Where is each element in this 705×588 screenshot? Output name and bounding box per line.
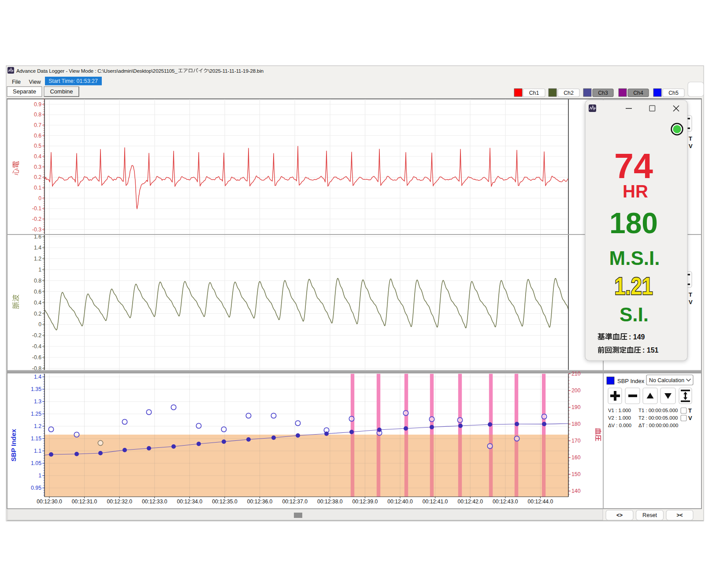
svg-text:1.1: 1.1 — [34, 448, 41, 454]
svg-text:0: 0 — [38, 195, 41, 201]
svg-text:V2 : 1.000: V2 : 1.000 — [608, 415, 631, 421]
svg-text:1.4: 1.4 — [34, 245, 41, 251]
svg-text:File: File — [12, 79, 21, 85]
svg-text:1.3: 1.3 — [34, 398, 41, 405]
svg-text:74: 74 — [614, 146, 653, 186]
svg-text:Ch5: Ch5 — [668, 90, 679, 96]
svg-text:0.6: 0.6 — [34, 289, 41, 295]
svg-text:V: V — [689, 299, 693, 305]
svg-text:0: 0 — [38, 321, 41, 327]
svg-text:00:12:39.0: 00:12:39.0 — [352, 499, 378, 505]
svg-text:0.3: 0.3 — [34, 164, 41, 170]
svg-text:T2 : 00:00:05.000: T2 : 00:00:05.000 — [638, 415, 678, 421]
svg-text:View: View — [29, 79, 41, 85]
svg-text:SBP Index: SBP Index — [10, 428, 17, 461]
svg-text:ΔT : 00:00:00.000: ΔT : 00:00:00.000 — [638, 423, 678, 428]
svg-text:00:12:43.0: 00:12:43.0 — [493, 499, 518, 505]
svg-text:1: 1 — [38, 267, 41, 273]
svg-text:00:12:31.0: 00:12:31.0 — [72, 499, 97, 505]
svg-text:Combine: Combine — [50, 88, 73, 95]
svg-text:T: T — [689, 135, 692, 142]
svg-text:T1 : 00:00:05.000: T1 : 00:00:05.000 — [638, 408, 678, 413]
svg-text:0.8: 0.8 — [34, 112, 41, 118]
svg-text:00:12:34.0: 00:12:34.0 — [177, 499, 203, 505]
svg-text:200: 200 — [571, 387, 581, 394]
svg-text:160: 160 — [571, 454, 581, 461]
svg-text:Ch2: Ch2 — [564, 90, 574, 96]
svg-text:00:12:33.0: 00:12:33.0 — [142, 499, 167, 505]
svg-text:00:12:40.0: 00:12:40.0 — [387, 499, 413, 505]
svg-text:V: V — [689, 143, 693, 149]
svg-text:-0.2: -0.2 — [32, 332, 41, 339]
svg-text:Ch1: Ch1 — [529, 90, 539, 96]
svg-text:00:12:32.0: 00:12:32.0 — [107, 499, 132, 505]
svg-text:0.4: 0.4 — [34, 153, 41, 160]
svg-text:0.95: 0.95 — [31, 485, 41, 491]
svg-text:0.2: 0.2 — [34, 311, 41, 317]
svg-text:0.5: 0.5 — [34, 143, 41, 149]
svg-text:00:12:35.0: 00:12:35.0 — [212, 499, 237, 505]
svg-text:Separate: Separate — [13, 88, 36, 95]
svg-text:1.15: 1.15 — [31, 435, 41, 442]
svg-text:150: 150 — [571, 471, 581, 477]
svg-text:1: 1 — [38, 473, 41, 479]
svg-text:: 151: : 151 — [642, 346, 659, 354]
svg-text:0.2: 0.2 — [34, 174, 41, 180]
svg-text:ΔV : 0.000: ΔV : 0.000 — [608, 423, 631, 428]
svg-text:V: V — [688, 415, 692, 421]
svg-text:00:12:36.0: 00:12:36.0 — [247, 499, 273, 505]
svg-text:180: 180 — [571, 421, 581, 427]
svg-text:T: T — [689, 291, 692, 298]
svg-text:190: 190 — [571, 404, 581, 410]
svg-text:00:12:37.0: 00:12:37.0 — [282, 499, 308, 505]
svg-text:0.9: 0.9 — [34, 101, 41, 108]
svg-text:V1 : 1.000: V1 : 1.000 — [608, 408, 631, 413]
svg-text:1.2: 1.2 — [34, 256, 41, 262]
svg-text:M.S.I.: M.S.I. — [609, 247, 660, 269]
svg-text:Advance Data Logger - View Mod: Advance Data Logger - View Mode : C:\Use… — [16, 68, 178, 74]
svg-text:1.35: 1.35 — [31, 386, 41, 392]
svg-text:\2025-11-11-11-19-28.bin: \2025-11-11-11-19-28.bin — [208, 68, 263, 74]
svg-text:-0.1: -0.1 — [32, 205, 41, 212]
svg-text:-0.4: -0.4 — [32, 343, 41, 350]
svg-text:00:12:42.0: 00:12:42.0 — [457, 499, 483, 505]
svg-text:Ch4: Ch4 — [633, 90, 643, 96]
svg-text:00:12:30.0: 00:12:30.0 — [37, 499, 62, 505]
svg-text:170: 170 — [571, 438, 581, 444]
svg-text:S.I.: S.I. — [620, 304, 649, 325]
svg-text:00:12:44.0: 00:12:44.0 — [528, 499, 553, 505]
svg-text:180: 180 — [609, 207, 658, 239]
svg-text:Ch3: Ch3 — [598, 90, 608, 96]
svg-text:-0.2: -0.2 — [32, 216, 41, 222]
svg-text:No Calculation: No Calculation — [649, 377, 684, 383]
svg-text:210: 210 — [571, 371, 581, 377]
svg-text:1.21: 1.21 — [614, 272, 653, 300]
svg-text:<>: <> — [616, 512, 623, 518]
svg-text:1.25: 1.25 — [31, 411, 41, 417]
svg-text:1.05: 1.05 — [31, 460, 41, 466]
svg-text:-0.6: -0.6 — [32, 354, 41, 361]
svg-text:HR: HR — [623, 182, 648, 201]
svg-text:1.4: 1.4 — [34, 374, 41, 380]
svg-text:-0.3: -0.3 — [32, 227, 41, 233]
svg-text:0.4: 0.4 — [34, 300, 41, 306]
svg-text:00:12:38.0: 00:12:38.0 — [317, 499, 343, 505]
svg-text:0.1: 0.1 — [34, 185, 41, 191]
svg-text:0.8: 0.8 — [34, 278, 41, 284]
svg-text:><: >< — [676, 512, 683, 518]
svg-text:140: 140 — [571, 488, 581, 494]
svg-text:: 149: : 149 — [629, 333, 645, 341]
svg-text:0.6: 0.6 — [34, 133, 41, 139]
svg-text:SBP Index: SBP Index — [617, 378, 645, 384]
svg-text:1.2: 1.2 — [34, 423, 41, 429]
svg-text:Reset: Reset — [642, 512, 657, 518]
svg-text:T: T — [688, 407, 692, 414]
svg-text:Start Time: 01:53:27: Start Time: 01:53:27 — [48, 78, 98, 84]
svg-text:0.7: 0.7 — [34, 122, 41, 128]
svg-text:00:12:41.0: 00:12:41.0 — [423, 499, 448, 505]
